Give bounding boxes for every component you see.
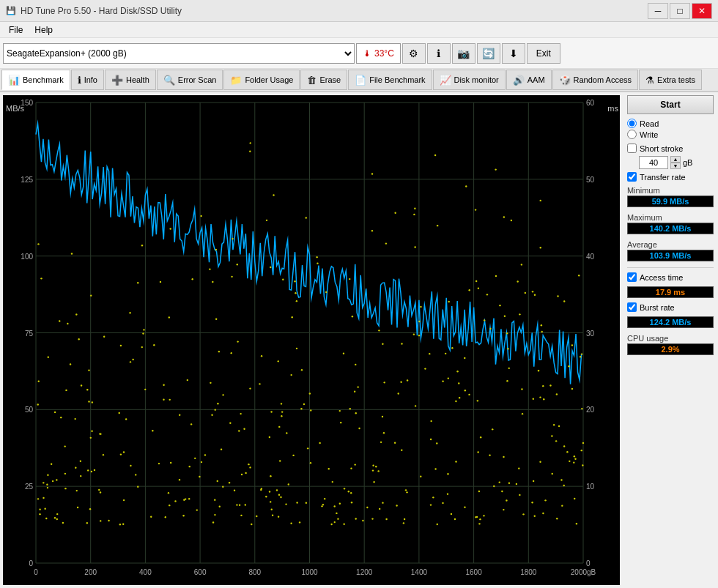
error-scan-icon: 🔍 [163, 75, 175, 86]
menubar: File Help [0, 22, 718, 38]
maximum-block: Maximum 140.2 MB/s [627, 213, 714, 234]
transfer-rate-label: Transfer rate [640, 173, 686, 182]
average-block: Average 103.9 MB/s [627, 240, 714, 261]
tab-erase-label: Erase [319, 75, 341, 84]
tab-extra-tests[interactable]: ⚗ Extra tests [639, 70, 702, 90]
main-content: Start Read Write Short stroke ▲ ▼ gB [0, 92, 718, 588]
read-radio[interactable] [627, 119, 637, 128]
average-label: Average [627, 240, 714, 249]
tab-disk-monitor[interactable]: 📈 Disk monitor [433, 70, 506, 90]
tab-error-scan-label: Error Scan [178, 75, 217, 84]
access-time-value: 17.9 ms [627, 286, 714, 298]
folder-icon: 📁 [230, 75, 242, 86]
benchmark-icon: 📊 [8, 75, 20, 86]
tab-error-scan[interactable]: 🔍 Error Scan [157, 70, 223, 90]
health-icon: ➕ [111, 75, 123, 86]
temperature-value: 33°C [374, 48, 394, 59]
toolbar-btn2[interactable]: ℹ [427, 43, 451, 64]
cpu-usage-block: CPU usage 2.9% [627, 334, 714, 355]
benchmark-chart [3, 95, 620, 585]
window-controls: ─ □ ✕ [648, 3, 712, 19]
tab-info[interactable]: ℹ Info [71, 70, 104, 90]
maximum-value: 140.2 MB/s [627, 223, 714, 234]
write-label: Write [640, 130, 658, 139]
erase-icon: 🗑 [307, 75, 317, 86]
tab-erase[interactable]: 🗑 Erase [300, 70, 347, 90]
toolbar-btn1[interactable]: ⚙ [402, 43, 426, 64]
minimum-label: Minimum [627, 186, 714, 195]
close-button[interactable]: ✕ [692, 3, 712, 19]
access-time-block: 17.9 ms [627, 286, 714, 298]
spin-down-button[interactable]: ▼ [670, 163, 681, 169]
spin-buttons: ▲ ▼ [670, 156, 681, 169]
tab-aam-label: AAM [528, 75, 545, 84]
burst-rate-checkbox[interactable] [627, 302, 637, 312]
maximize-button[interactable]: □ [670, 3, 690, 19]
burst-rate-label: Burst rate [640, 303, 675, 312]
maximum-label: Maximum [627, 213, 714, 222]
write-radio-row[interactable]: Write [627, 130, 714, 139]
transfer-rate-checkbox-row[interactable]: Transfer rate [627, 172, 714, 182]
toolbar-btn5[interactable]: ⬇ [502, 43, 525, 64]
temperature-display: 🌡 33°C [356, 43, 401, 64]
thermometer-icon: 🌡 [363, 48, 371, 59]
toolbar: SeagateExpansion+ (2000 gB) 🌡 33°C ⚙ ℹ 📷… [0, 38, 718, 69]
short-stroke-input[interactable] [639, 156, 668, 169]
random-icon: 🎲 [559, 75, 571, 86]
right-panel: Start Read Write Short stroke ▲ ▼ gB [623, 92, 718, 588]
short-stroke-label: Short stroke [640, 144, 683, 153]
nav-tabs: 📊 Benchmark ℹ Info ➕ Health 🔍 Error Scan… [0, 69, 718, 92]
minimize-button[interactable]: ─ [648, 3, 668, 19]
tab-random-access[interactable]: 🎲 Random Access [552, 70, 638, 90]
access-time-checkbox-row[interactable]: Access time [627, 272, 714, 282]
spin-up-button[interactable]: ▲ [670, 156, 681, 163]
short-stroke-input-row: ▲ ▼ gB [639, 156, 714, 169]
disk-selector[interactable]: SeagateExpansion+ (2000 gB) [3, 43, 355, 64]
burst-rate-checkbox-row[interactable]: Burst rate [627, 302, 714, 312]
average-value: 103.9 MB/s [627, 250, 714, 261]
tab-file-bm-label: File Benchmark [369, 75, 425, 84]
info-icon: ℹ [78, 75, 81, 86]
tab-extra-label: Extra tests [657, 75, 695, 84]
tab-info-label: Info [84, 75, 97, 84]
tab-health[interactable]: ➕ Health [105, 70, 156, 90]
short-stroke-checkbox-row[interactable]: Short stroke [627, 144, 714, 153]
tab-folder-usage[interactable]: 📁 Folder Usage [223, 70, 300, 90]
cpu-usage-label: CPU usage [627, 334, 714, 343]
read-write-group: Read Write [627, 119, 714, 139]
toolbar-btn4[interactable]: 🔄 [477, 43, 500, 64]
divider1 [627, 267, 714, 268]
write-radio[interactable] [627, 130, 637, 139]
tab-benchmark-label: Benchmark [23, 75, 64, 84]
tab-disk-mon-label: Disk monitor [454, 75, 499, 84]
chart-container [3, 95, 620, 585]
tab-aam[interactable]: 🔊 AAM [506, 70, 552, 90]
tab-file-benchmark[interactable]: 📄 File Benchmark [348, 70, 432, 90]
transfer-rate-checkbox[interactable] [627, 172, 637, 182]
access-time-label: Access time [640, 273, 683, 282]
disk-mon-icon: 📈 [440, 75, 451, 86]
minimum-block: Minimum 59.9 MB/s [627, 186, 714, 207]
app-title: HD Tune Pro 5.50 - Hard Disk/SSD Utility [21, 6, 182, 16]
minimum-value: 59.9 MB/s [627, 196, 714, 207]
access-time-checkbox[interactable] [627, 272, 637, 282]
read-radio-row[interactable]: Read [627, 119, 714, 128]
burst-rate-block: 124.2 MB/s [627, 316, 714, 328]
titlebar: 💾 HD Tune Pro 5.50 - Hard Disk/SSD Utili… [0, 0, 718, 22]
tab-folder-label: Folder Usage [245, 75, 293, 84]
short-stroke-checkbox[interactable] [627, 144, 637, 153]
tab-health-label: Health [126, 75, 149, 84]
toolbar-btn3[interactable]: 📷 [452, 43, 475, 64]
menu-help[interactable]: Help [29, 23, 59, 37]
exit-button[interactable]: Exit [527, 43, 560, 64]
menu-file[interactable]: File [3, 23, 29, 37]
tab-random-label: Random Access [574, 75, 632, 84]
cpu-usage-value: 2.9% [627, 343, 714, 355]
aam-icon: 🔊 [513, 75, 525, 86]
extra-icon: ⚗ [645, 75, 654, 86]
app-icon: 💾 [6, 6, 16, 15]
read-label: Read [640, 119, 659, 128]
burst-rate-value: 124.2 MB/s [627, 316, 714, 328]
tab-benchmark[interactable]: 📊 Benchmark [1, 70, 70, 90]
start-button[interactable]: Start [627, 95, 714, 114]
